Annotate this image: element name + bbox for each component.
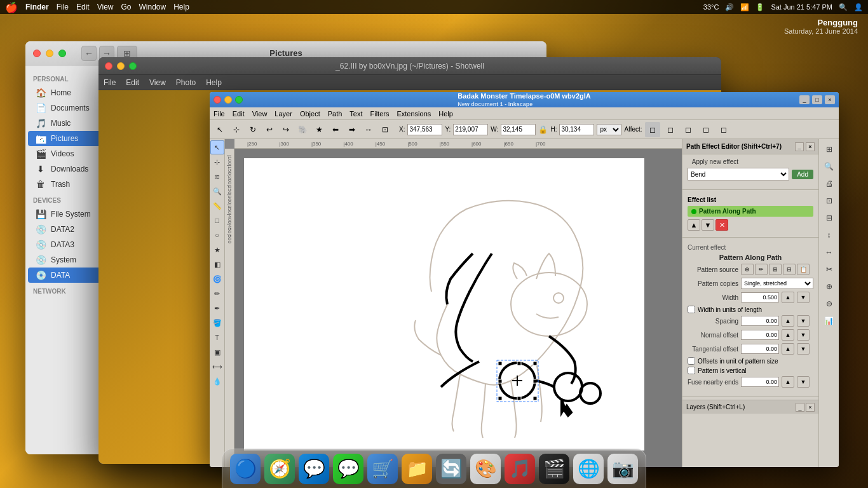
right-icon-1[interactable]: ⊞ [822,142,837,157]
shotwell-menu-view[interactable]: View [149,78,166,87]
right-icon-10[interactable]: ⊖ [822,296,837,311]
dock-icon-refresh[interactable]: 🔄 [436,454,466,484]
canvas-content[interactable] [234,149,682,467]
right-icon-3[interactable]: 🖨 [822,176,837,191]
right-icon-8[interactable]: ✂ [822,262,837,277]
layers-close-btn[interactable]: × [806,403,815,412]
toolbar-star[interactable]: ★ [311,122,327,137]
tang-offset-up[interactable]: ▲ [782,343,794,355]
shotwell-menu-file[interactable]: File [104,78,116,87]
ink-menu-filters[interactable]: Filters [370,110,390,118]
right-icon-11[interactable]: 📊 [822,313,837,329]
effect-delete-btn[interactable]: ✕ [715,219,728,231]
tool-tweak[interactable]: ≋ [210,170,224,184]
dock-icon-chrome[interactable]: 🌐 [573,454,604,484]
dock-icon-photos[interactable]: 📷 [607,454,638,484]
right-icon-9[interactable]: ⊕ [822,279,837,294]
minimize-button[interactable] [46,50,53,57]
normal-offset-up[interactable]: ▲ [782,329,794,341]
user-icon[interactable]: 👤 [854,3,863,11]
toolbar-rotate[interactable]: ↻ [245,122,261,137]
ps-btn2[interactable]: ✏ [755,264,768,275]
offsets-unit-checkbox[interactable] [688,357,695,365]
spacing-up[interactable]: ▲ [782,315,794,327]
menu-window[interactable]: Window [139,3,166,11]
fuse-ends-input[interactable] [741,377,779,387]
right-icon-5[interactable]: ⊟ [822,210,837,226]
dock-icon-files[interactable]: 📁 [402,454,432,484]
y-input[interactable] [453,124,488,135]
tool-spiral[interactable]: 🌀 [210,272,224,286]
affect-btn5[interactable]: ◻ [716,122,731,137]
menu-file[interactable]: File [57,3,69,11]
tool-node[interactable]: ⊹ [210,155,224,169]
effect-list-item[interactable]: Pattern Along Path [688,206,813,217]
toolbar-undo[interactable]: ↩ [262,122,277,137]
menu-finder[interactable]: Finder [25,3,49,11]
right-icon-7[interactable]: ↔ [822,245,837,260]
ink-menu-view[interactable]: View [252,110,268,118]
spacing-input[interactable] [741,316,779,326]
dock-icon-messages[interactable]: 💬 [333,454,363,484]
dock-icon-inkscape[interactable]: 🎨 [470,454,501,484]
ink-menu-object[interactable]: Object [300,110,320,118]
dock-icon-finder[interactable]: 🔵 [230,454,261,484]
search-icon[interactable]: 🔍 [839,3,848,11]
dock-icon-music[interactable]: 🎵 [505,454,535,484]
inkscape-canvas-area[interactable]: |250 |300 |350 |400 |450 |500 |550 |600 … [225,139,682,467]
width-input[interactable] [741,292,779,302]
tool-bucket[interactable]: 🪣 [210,316,224,330]
pattern-copies-select[interactable]: Single, stretched [741,278,813,289]
h-input[interactable] [559,124,594,135]
layers-min-btn[interactable]: _ [796,403,804,412]
ink-menu-file[interactable]: File [214,110,225,118]
unit-select[interactable]: px mm cm [597,124,621,135]
toolbar-select[interactable]: ↖ [212,122,227,137]
wifi-icon[interactable]: 📶 [740,3,749,11]
tool-ellipse[interactable]: ○ [210,228,224,242]
lock-icon[interactable]: 🔒 [538,125,548,134]
affect-btn4[interactable]: ◻ [698,122,714,137]
back-button[interactable]: ← [81,46,97,61]
w-input[interactable] [501,124,536,135]
apple-menu[interactable]: 🍎 [5,1,18,13]
ink-menu-help[interactable]: Help [438,110,453,118]
ink-menu-text[interactable]: Text [349,110,362,118]
tool-calligraphy[interactable]: ✒ [210,301,224,315]
shotwell-menu-help[interactable]: Help [206,78,222,87]
inkscape-expand-btn[interactable]: □ [812,95,822,104]
ink-menu-path[interactable]: Path [328,110,342,118]
add-effect-button[interactable]: Add [792,170,813,179]
toolbar-center[interactable]: ⊡ [377,122,393,137]
menu-help[interactable]: Help [173,3,189,11]
width-spinner-down[interactable]: ▼ [797,292,810,303]
dock-icon-skype[interactable]: 💬 [299,454,329,484]
width-units-checkbox[interactable] [688,306,695,313]
toolbar-align-right[interactable]: ➡ [344,122,360,137]
menu-edit[interactable]: Edit [76,3,90,11]
battery-icon[interactable]: 🔋 [756,3,764,11]
spacing-down[interactable]: ▼ [797,315,810,327]
tool-gradient[interactable]: ▣ [210,345,224,359]
maximize-button[interactable] [58,50,66,57]
inkscape-close-btn[interactable]: × [825,95,835,104]
tool-star[interactable]: ★ [210,243,224,257]
tool-text[interactable]: T [210,330,224,344]
effect-up-btn[interactable]: ▲ [688,219,700,231]
right-icon-6[interactable]: ↕ [822,227,837,243]
ink-menu-extensions[interactable]: Extensions [397,110,431,118]
width-spinner-up[interactable]: ▲ [782,292,794,303]
shotwell-close[interactable] [105,62,112,70]
right-icon-4[interactable]: ⊡ [822,193,837,208]
sound-icon[interactable]: 🔊 [725,3,734,11]
shotwell-menu-photo[interactable]: Photo [176,78,196,87]
affect-btn2[interactable]: ◻ [663,122,678,137]
toolbar-node[interactable]: ⊹ [229,122,244,137]
toolbar-distribute[interactable]: ↔ [361,122,376,137]
ink-menu-edit[interactable]: Edit [233,110,245,118]
tool-measure[interactable]: 📏 [210,199,224,213]
tang-offset-down[interactable]: ▼ [797,343,810,355]
shotwell-minimize[interactable] [117,62,125,70]
x-input[interactable] [407,124,442,135]
inkscape-hide-btn[interactable]: _ [799,95,810,104]
